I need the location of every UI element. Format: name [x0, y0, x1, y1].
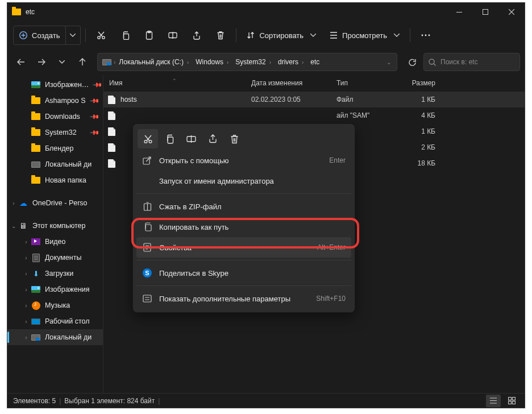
ctx-cut-icon[interactable] — [138, 129, 158, 148]
forward-button[interactable] — [32, 53, 51, 71]
ctx-delete-icon[interactable] — [224, 129, 244, 148]
sidebar-item[interactable]: Ashampoo S📌 — [7, 93, 103, 109]
col-name[interactable]: ⌃Имя — [103, 79, 246, 87]
open-with-icon — [142, 156, 152, 165]
breadcrumb-seg[interactable]: System32› — [232, 58, 275, 66]
col-size[interactable]: Размер — [388, 79, 444, 87]
file-row[interactable]: айл "SAM" 4 КБ — [103, 107, 525, 123]
more-button[interactable] — [415, 26, 437, 45]
ctx-compress-zip[interactable]: Сжать в ZIP-файл — [136, 196, 351, 217]
sidebar-item[interactable]: ›Документы — [7, 250, 103, 266]
svg-rect-16 — [512, 401, 515, 404]
view-button[interactable]: Просмотреть — [324, 26, 405, 45]
svg-rect-0 — [456, 12, 462, 13]
sidebar-item-current[interactable]: ›Локальный ди — [7, 329, 103, 345]
share-button[interactable] — [186, 26, 207, 45]
breadcrumb-seg[interactable]: Локальный диск (C:)› — [115, 58, 192, 66]
ctx-copy-icon[interactable] — [159, 129, 180, 148]
context-menu: Открыть с помощью Enter Запуск от имени … — [132, 123, 355, 313]
svg-rect-14 — [512, 398, 515, 400]
sidebar-item[interactable]: Изображен…📌 — [7, 77, 103, 93]
column-headers: ⌃Имя Дата изменения Тип Размер — [103, 74, 525, 92]
up-button[interactable] — [73, 53, 92, 71]
sidebar-item[interactable]: Downloads📌 — [7, 109, 103, 125]
status-selected: Выбран 1 элемент: 824 байт — [64, 397, 155, 405]
ctx-show-more[interactable]: Показать дополнительные параметры Shift+… — [136, 288, 351, 309]
sidebar-item[interactable]: Локальный ди — [7, 156, 103, 172]
window-title: etc — [26, 8, 35, 16]
svg-rect-5 — [123, 34, 128, 39]
svg-point-10 — [425, 35, 427, 36]
status-count: Элементов: 5 — [13, 397, 56, 405]
recent-button[interactable] — [53, 53, 71, 71]
new-button[interactable]: Создать — [13, 26, 66, 45]
col-type[interactable]: Тип — [331, 79, 388, 87]
svg-point-18 — [149, 140, 152, 143]
svg-point-4 — [102, 36, 105, 39]
sidebar-item[interactable]: ›Музыка — [7, 297, 103, 313]
ctx-run-as-admin[interactable]: Запуск от имени администратора — [136, 171, 351, 191]
ctx-skype-share[interactable]: S Поделиться в Skype — [136, 263, 351, 283]
ctx-quick-actions — [136, 127, 351, 150]
maximize-button[interactable] — [472, 3, 498, 21]
details-view-button[interactable] — [486, 395, 501, 407]
ctx-open-with[interactable]: Открыть с помощью Enter — [136, 150, 351, 171]
ctx-properties[interactable]: Свойства Alt+Enter — [136, 237, 351, 258]
sidebar: Изображен…📌 Ashampoo S📌 Downloads📌 Syste… — [7, 74, 103, 393]
rename-button[interactable] — [162, 26, 184, 45]
ctx-share-icon[interactable] — [202, 129, 223, 148]
sidebar-item[interactable]: ›⬇Загрузки — [7, 266, 103, 281]
svg-rect-25 — [143, 295, 151, 302]
new-button-caret[interactable] — [65, 26, 81, 45]
svg-rect-1 — [483, 10, 488, 15]
svg-rect-13 — [508, 398, 511, 400]
sidebar-item[interactable]: Новая папка — [7, 172, 103, 188]
address-bar[interactable]: › Локальный диск (C:)› Windows› System32… — [97, 53, 397, 71]
zip-icon — [142, 202, 152, 211]
file-explorer-window: etc Создать Сортировать Просмот — [7, 2, 525, 408]
svg-point-9 — [422, 35, 423, 36]
sidebar-item[interactable]: System32📌 — [7, 125, 103, 140]
file-row[interactable]: hosts 02.02.2023 0:05 Файл 1 КБ — [103, 92, 525, 107]
sort-button[interactable]: Сортировать — [241, 26, 322, 45]
sidebar-item[interactable]: ›Изображения — [7, 281, 103, 297]
sidebar-thispc[interactable]: ⌄🖥Этот компьютер — [7, 218, 103, 234]
ctx-copy-path[interactable]: Копировать как путь — [136, 217, 351, 237]
breadcrumb-seg[interactable]: Windows› — [192, 58, 232, 66]
icons-view-button[interactable] — [504, 395, 519, 407]
svg-point-12 — [429, 59, 434, 64]
refresh-button[interactable] — [403, 53, 421, 71]
properties-icon — [142, 243, 152, 252]
more-options-icon — [142, 295, 152, 303]
col-date[interactable]: Дата изменения — [246, 79, 331, 87]
svg-point-11 — [429, 35, 430, 36]
toolbar: Создать Сортировать Просмотреть — [7, 21, 525, 49]
svg-point-3 — [98, 36, 100, 39]
sidebar-item[interactable]: ›Видео — [7, 234, 103, 250]
status-bar: Элементов: 5 | Выбран 1 элемент: 824 бай… — [7, 393, 525, 408]
breadcrumb-seg[interactable]: etc — [307, 58, 323, 66]
copy-button[interactable] — [114, 26, 136, 45]
delete-button[interactable] — [210, 26, 231, 45]
sidebar-item[interactable]: ›Рабочий стол — [7, 313, 103, 329]
copy-path-icon — [142, 222, 152, 231]
back-button[interactable] — [12, 53, 30, 71]
navbar: › Локальный диск (C:)› Windows› System32… — [7, 49, 525, 74]
cut-button[interactable] — [90, 26, 112, 45]
disk-icon — [100, 59, 114, 65]
paste-button[interactable] — [138, 26, 160, 45]
breadcrumb-seg[interactable]: drivers› — [275, 58, 307, 66]
svg-rect-15 — [508, 401, 511, 404]
svg-point-17 — [144, 140, 147, 143]
minimize-button[interactable] — [446, 3, 472, 21]
svg-rect-23 — [146, 225, 151, 231]
search-input[interactable]: Поиск в: etc — [423, 53, 520, 71]
folder-icon — [12, 7, 21, 16]
ctx-rename-icon[interactable] — [181, 129, 201, 148]
sidebar-item[interactable]: Блендер — [7, 140, 103, 156]
sidebar-onedrive[interactable]: ›☁OneDrive - Perso — [7, 195, 103, 211]
titlebar: etc — [7, 3, 525, 21]
svg-rect-19 — [168, 137, 173, 143]
close-button[interactable] — [498, 3, 525, 21]
skype-icon: S — [142, 268, 152, 278]
